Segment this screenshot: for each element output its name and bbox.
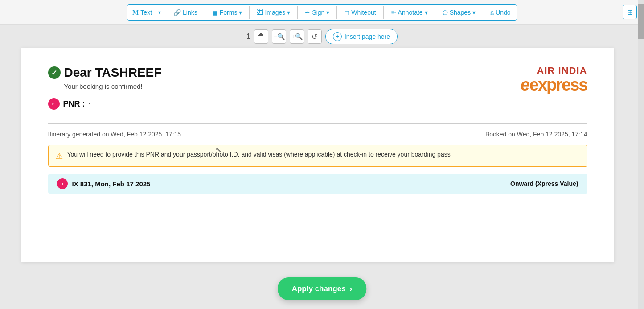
toolbar: 𝐌 Text ▾ 🔗 Links ▦ Forms ▾ 🖼 Images ▾ <box>127 4 517 21</box>
annotate-icon: ✏ <box>391 9 396 16</box>
pnr-value: · <box>89 100 90 108</box>
booked-date: Booked on Wed, Feb 12 2025, 17:14 <box>485 131 587 138</box>
expand-icon: ⊞ <box>627 8 633 16</box>
images-icon: 🖼 <box>257 9 263 16</box>
logo-express-text: eexpress <box>521 76 587 93</box>
insert-page-plus-icon: + <box>333 32 342 41</box>
divider-2 <box>205 6 205 19</box>
scrollbar[interactable] <box>638 0 644 309</box>
undo-button[interactable]: ⎌ Undo <box>486 6 515 19</box>
warning-icon: ⚠ <box>56 151 63 161</box>
flight-row-left: IX IX 831, Mon, Feb 17 2025 <box>57 178 151 189</box>
logo-ex-part: e <box>521 75 529 94</box>
shapes-caret-icon: ▾ <box>472 9 476 16</box>
forms-label: Forms <box>220 9 238 16</box>
divider-6 <box>383 6 384 19</box>
zoom-in-icon: +🔍 <box>291 33 302 40</box>
flight-row: IX IX 831, Mon, Feb 17 2025 Onward (Xpre… <box>48 174 587 194</box>
greeting-heading: ✓ Dear TASHREEF <box>48 66 162 80</box>
whiteout-label: Whiteout <box>351 9 376 16</box>
pdf-page: ↖ ✓ Dear TASHREEF Your booking is confir… <box>21 48 614 262</box>
svg-text:IX: IX <box>60 182 63 185</box>
itinerary-date: Itinerary generated on Wed, Feb 12 2025,… <box>48 131 181 138</box>
text-caret-icon: ▾ <box>158 9 161 16</box>
warning-text: You will need to provide this PNR and yo… <box>67 151 451 158</box>
pdf-area: ↖ ✓ Dear TASHREEF Your booking is confir… <box>0 48 644 262</box>
divider-8 <box>483 6 483 19</box>
shapes-label: Shapes <box>450 9 471 16</box>
pnr-row: P PNR : · <box>48 98 162 110</box>
page-number: 1 <box>246 33 250 41</box>
pdf-divider <box>48 123 587 124</box>
text-tool-caret[interactable]: ▾ <box>156 7 163 18</box>
booking-info: ✓ Dear TASHREEF Your booking is confirme… <box>48 66 162 110</box>
links-label: Links <box>183 9 197 16</box>
divider-7 <box>435 6 435 19</box>
sign-button[interactable]: ✒ Sign ▾ <box>300 6 334 19</box>
annotate-caret-icon: ▾ <box>425 9 428 16</box>
scrollbar-thumb[interactable] <box>638 4 644 39</box>
images-caret-icon: ▾ <box>287 9 290 16</box>
apply-changes-label: Apply changes <box>292 284 346 293</box>
apply-changes-overlay: Apply changes › <box>278 277 367 300</box>
divider-1 <box>166 6 166 19</box>
flight-type-text: Onward (Xpress Value) <box>510 180 578 187</box>
check-icon: ✓ <box>48 66 61 79</box>
greeting-text: Dear TASHREEF <box>64 66 162 80</box>
page-controls: 1 🗑 −🔍 +🔍 ↺ + Insert page here <box>0 25 644 48</box>
pdf-header: ✓ Dear TASHREEF Your booking is confirme… <box>48 66 587 110</box>
pnr-label: PNR : <box>63 99 85 109</box>
expand-button[interactable]: ⊞ <box>623 5 637 19</box>
undo-label: Undo <box>496 9 510 16</box>
shapes-icon: ⬠ <box>443 9 448 16</box>
undo-icon: ⎌ <box>490 9 494 16</box>
warning-box: ⚠ You will need to provide this PNR and … <box>48 145 587 167</box>
logo-xpress-part: express <box>529 75 587 94</box>
text-tool-split[interactable]: 𝐌 Text ▾ <box>129 6 163 19</box>
pnr-icon: P <box>48 98 60 110</box>
forms-caret-icon: ▾ <box>239 9 242 16</box>
divider-3 <box>249 6 250 19</box>
zoom-in-button[interactable]: +🔍 <box>290 29 304 44</box>
insert-page-label: Insert page here <box>345 33 390 40</box>
apply-changes-button[interactable]: Apply changes › <box>278 277 367 300</box>
zoom-out-icon: −🔍 <box>273 33 284 40</box>
rotate-button[interactable]: ↺ <box>308 29 322 44</box>
whiteout-button[interactable]: ◻ Whiteout <box>340 6 380 19</box>
flight-row-icon: IX <box>57 178 68 189</box>
delete-page-button[interactable]: 🗑 <box>254 29 268 44</box>
flight-number-text: IX 831, Mon, Feb 17 2025 <box>72 180 151 188</box>
divider-5 <box>336 6 337 19</box>
rotate-icon: ↺ <box>312 33 317 41</box>
booking-confirmed-text: Your booking is confirmed! <box>64 82 162 90</box>
forms-button[interactable]: ▦ Forms ▾ <box>208 6 247 19</box>
dates-row: Itinerary generated on Wed, Feb 12 2025,… <box>48 131 587 138</box>
forms-icon: ▦ <box>212 9 218 16</box>
sign-caret-icon: ▾ <box>326 9 329 16</box>
images-button[interactable]: 🖼 Images ▾ <box>252 6 295 19</box>
text-tool-button[interactable]: 𝐌 Text <box>129 6 156 19</box>
annotate-label: Annotate <box>398 9 423 16</box>
apply-changes-arrow: › <box>349 284 353 294</box>
airline-logo: AIR INDIA eexpress <box>521 66 587 93</box>
annotate-button[interactable]: ✏ Annotate ▾ <box>386 6 432 19</box>
text-icon: 𝐌 <box>132 8 139 16</box>
whiteout-icon: ◻ <box>344 9 349 16</box>
zoom-out-button[interactable]: −🔍 <box>272 29 286 44</box>
sign-icon: ✒ <box>305 9 310 16</box>
text-label: Text <box>140 9 152 16</box>
links-button[interactable]: 🔗 Links <box>169 6 202 19</box>
delete-icon: 🗑 <box>258 33 265 41</box>
insert-page-button[interactable]: + Insert page here <box>325 29 398 44</box>
shapes-button[interactable]: ⬠ Shapes ▾ <box>438 6 480 19</box>
links-icon: 🔗 <box>173 9 181 16</box>
logo-air-india-text: AIR INDIA <box>521 66 587 76</box>
toolbar-wrapper: 𝐌 Text ▾ 🔗 Links ▦ Forms ▾ 🖼 Images ▾ <box>0 0 644 25</box>
images-label: Images <box>265 9 285 16</box>
divider-4 <box>297 6 298 19</box>
sign-label: Sign <box>312 9 324 16</box>
svg-text:P: P <box>52 102 55 106</box>
